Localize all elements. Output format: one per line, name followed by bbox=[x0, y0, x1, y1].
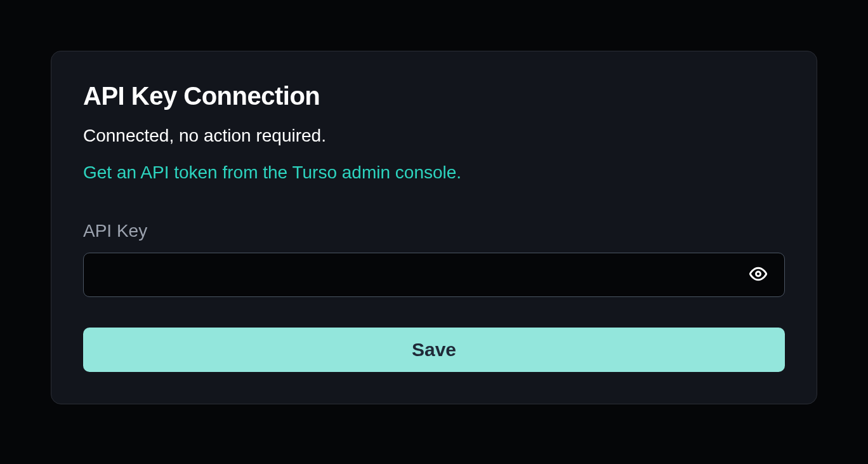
eye-icon bbox=[749, 265, 767, 285]
api-key-input-wrapper bbox=[83, 253, 785, 297]
svg-point-0 bbox=[756, 272, 761, 276]
toggle-visibility-button[interactable] bbox=[744, 260, 772, 290]
api-key-input[interactable] bbox=[83, 253, 785, 297]
connection-status: Connected, no action required. bbox=[83, 126, 785, 146]
card-title: API Key Connection bbox=[83, 82, 785, 110]
api-key-label: API Key bbox=[83, 221, 785, 241]
save-button[interactable]: Save bbox=[83, 328, 785, 372]
get-api-token-link[interactable]: Get an API token from the Turso admin co… bbox=[83, 162, 461, 183]
api-key-connection-card: API Key Connection Connected, no action … bbox=[51, 51, 817, 404]
